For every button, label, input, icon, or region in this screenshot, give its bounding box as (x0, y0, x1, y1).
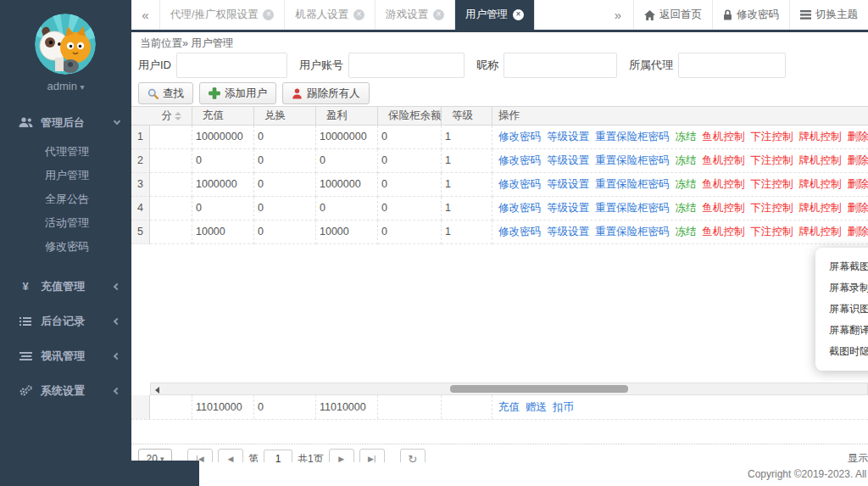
column-header-exchange[interactable]: 兑换 (254, 107, 316, 125)
op-link[interactable]: 等级设置 (547, 173, 589, 196)
table-header: 分 充值 兑换 盈利 保险柜余额 等级 操作 (131, 106, 868, 126)
context-menu-item[interactable]: 屏幕录制 ( (815, 277, 868, 299)
op-link[interactable]: 下注控制 (751, 197, 793, 220)
op-link[interactable]: 重置保险柜密码 (595, 126, 670, 148)
sidebar-item-activity-management[interactable]: 活动管理 (0, 211, 131, 235)
op-link[interactable]: 牌机控制 (799, 221, 842, 243)
tab-user-management[interactable]: 用户管理 × (455, 0, 535, 30)
search-button[interactable]: 查找 (138, 82, 193, 104)
change-password-button[interactable]: 修改密码 (712, 0, 789, 30)
column-header-safe-balance[interactable]: 保险柜余额 (378, 107, 442, 125)
horizontal-scrollbar[interactable] (150, 383, 868, 395)
nickname-label: 昵称 (476, 58, 498, 73)
op-link[interactable]: 牌机控制 (799, 149, 842, 172)
op-link[interactable]: 鱼机控制 (703, 221, 745, 243)
op-link[interactable]: 赠送 (526, 395, 547, 419)
chevron-left-icon (114, 317, 120, 324)
account-input[interactable] (348, 53, 465, 78)
column-header-score[interactable]: 分 (131, 107, 192, 125)
table-row[interactable]: 2 0 0 0 0 1 修改密码等级设置重置保险柜密码冻结鱼机控制下注控制牌机控… (131, 149, 868, 173)
op-link[interactable]: 等级设置 (547, 197, 589, 220)
home-button[interactable]: 返回首页 (633, 0, 712, 30)
sidebar-item-change-password[interactable]: 修改密码 (0, 235, 131, 259)
op-link[interactable]: 删除 (848, 149, 868, 172)
op-link[interactable]: 修改密码 (498, 126, 541, 148)
avatar[interactable] (35, 14, 96, 75)
sidebar-section-logs[interactable]: 后台记录 (0, 304, 131, 338)
add-user-button[interactable]: 添加用户 (199, 82, 276, 104)
user-menu[interactable]: admin ▾ (0, 80, 131, 92)
context-menu-item[interactable]: 截图时隐藏截 (815, 341, 868, 362)
context-menu-item[interactable]: 屏幕翻译 ( (815, 320, 868, 341)
user-id-input[interactable] (176, 53, 287, 78)
sidebar-section-admin[interactable]: 管理后台 (0, 107, 131, 138)
table-row[interactable]: 3 1000000 0 1000000 0 1 修改密码等级设置重置保险柜密码冻… (131, 173, 868, 197)
op-link[interactable]: 充值 (498, 395, 520, 419)
search-icon (147, 88, 159, 99)
sidebar-section-recharge[interactable]: ¥ 充值管理 (0, 269, 131, 304)
tabs-scroll-right-button[interactable]: » (603, 0, 633, 30)
op-link[interactable]: 鱼机控制 (703, 173, 745, 196)
op-link[interactable]: 重置保险柜密码 (595, 197, 670, 220)
op-link[interactable]: 冻结 (676, 149, 697, 172)
op-link[interactable]: 冻结 (676, 221, 697, 243)
op-link[interactable]: 修改密码 (498, 149, 541, 172)
op-link[interactable]: 等级设置 (547, 126, 589, 148)
op-link[interactable]: 下注控制 (751, 126, 793, 148)
context-menu-item[interactable]: 屏幕截图 ( (815, 256, 868, 277)
op-link[interactable]: 冻结 (676, 173, 697, 196)
agent-input[interactable] (678, 53, 786, 78)
op-link[interactable]: 冻结 (676, 126, 697, 148)
score-cell (150, 197, 192, 221)
tabs-scroll-left-button[interactable]: « (131, 0, 160, 30)
op-link[interactable]: 重置保险柜密码 (595, 173, 670, 196)
op-link[interactable]: 重置保险柜密码 (595, 221, 670, 243)
op-link[interactable]: 鱼机控制 (703, 126, 745, 148)
op-link[interactable]: 重置保险柜密码 (595, 149, 670, 172)
close-icon[interactable]: × (263, 9, 274, 20)
tab-agent-permission-settings[interactable]: 代理/推广权限设置 × (160, 0, 285, 30)
op-link[interactable]: 修改密码 (498, 197, 541, 220)
op-link[interactable]: 等级设置 (547, 149, 589, 172)
scroll-left-arrow-icon[interactable] (155, 387, 159, 394)
tab-robot-settings[interactable]: 机器人设置 × (285, 0, 376, 30)
table-row[interactable]: 4 0 0 0 0 1 修改密码等级设置重置保险柜密码冻结鱼机控制下注控制牌机控… (131, 197, 868, 221)
op-link[interactable]: 鱼机控制 (703, 197, 745, 220)
sidebar-section-settings[interactable]: 系统设置 (0, 373, 131, 408)
close-icon[interactable]: × (353, 9, 364, 20)
op-link[interactable]: 牌机控制 (799, 126, 842, 148)
op-link[interactable]: 下注控制 (751, 149, 793, 172)
switch-theme-button[interactable]: 切换主题 (789, 0, 868, 30)
op-link[interactable]: 下注控制 (751, 173, 793, 196)
sidebar-item-fullscreen-notice[interactable]: 全屏公告 (0, 187, 131, 211)
sort-icon[interactable] (175, 112, 181, 120)
op-link[interactable]: 删除 (848, 126, 868, 148)
sidebar-item-agent-management[interactable]: 代理管理 (0, 140, 131, 164)
op-link[interactable]: 删除 (848, 197, 868, 220)
close-icon[interactable]: × (433, 9, 444, 20)
op-link[interactable]: 修改密码 (498, 173, 541, 196)
op-link[interactable]: 修改密码 (498, 221, 541, 243)
op-link[interactable]: 扣币 (553, 395, 574, 419)
close-icon[interactable]: × (513, 9, 524, 20)
op-link[interactable]: 删除 (848, 173, 868, 196)
context-menu-item[interactable]: 屏幕识图 ( (815, 299, 868, 320)
column-header-recharge[interactable]: 充值 (192, 107, 254, 125)
column-header-profit[interactable]: 盈利 (316, 107, 378, 125)
sidebar-item-user-management[interactable]: 用户管理 (0, 164, 131, 187)
kick-all-button[interactable]: 踢除所有人 (282, 82, 370, 104)
column-header-level[interactable]: 等级 (442, 107, 492, 125)
op-link[interactable]: 牌机控制 (799, 197, 842, 220)
table-row[interactable]: 5 10000 0 10000 0 1 修改密码等级设置重置保险柜密码冻结鱼机控… (131, 221, 868, 244)
sidebar-section-video[interactable]: 视讯管理 (0, 338, 131, 373)
op-link[interactable]: 等级设置 (547, 221, 589, 243)
op-link[interactable]: 删除 (848, 221, 868, 243)
op-link[interactable]: 牌机控制 (799, 173, 842, 196)
table-row[interactable]: 1 10000000 0 10000000 0 1 修改密码等级设置重置保险柜密… (131, 126, 868, 149)
op-link[interactable]: 冻结 (676, 197, 697, 220)
tab-game-settings[interactable]: 游戏设置 × (376, 0, 455, 30)
op-link[interactable]: 下注控制 (751, 221, 793, 243)
op-link[interactable]: 鱼机控制 (703, 149, 745, 172)
nickname-input[interactable] (504, 53, 617, 78)
scrollbar-thumb[interactable] (450, 385, 628, 393)
